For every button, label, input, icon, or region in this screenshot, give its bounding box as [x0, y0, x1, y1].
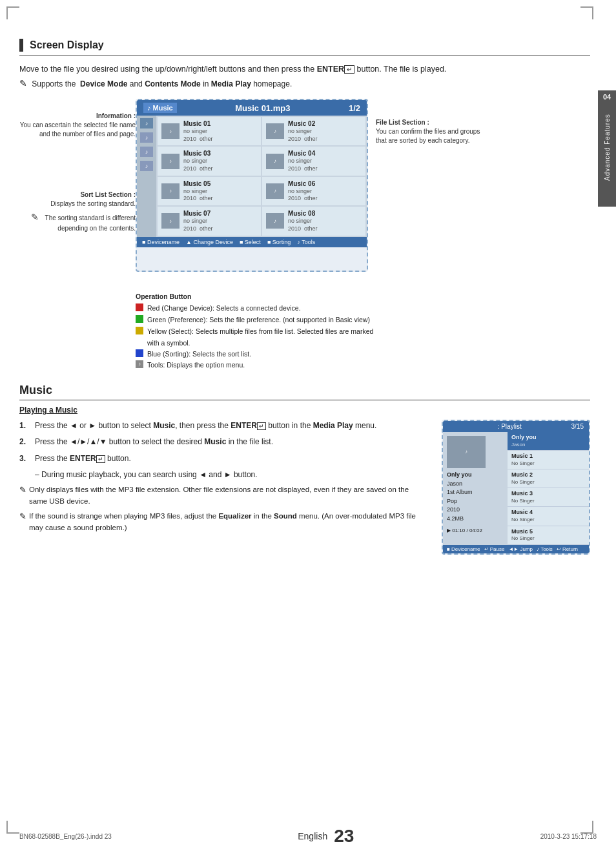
- section-bar: [19, 39, 23, 52]
- pb-playlist-item-3: Music 2 No Singer: [508, 469, 589, 488]
- op-title: Operation Button: [136, 291, 590, 302]
- sort-annotation: Sort List Section : Displays the sorting…: [19, 190, 136, 233]
- sort-annotation-text: Displays the sorting standard.: [19, 200, 136, 209]
- pb-track-genre: Pop: [447, 497, 504, 506]
- file-cell-6: ♪ Music 06 no singer 2010 other: [262, 177, 365, 205]
- blue-box-icon: [136, 349, 143, 357]
- pb-track-info: ♪ Only you Jason 1st Album Pop 2010 4.2M…: [443, 432, 508, 544]
- op-yellow-text: Yellow (Select): Selects multiple files …: [147, 326, 373, 337]
- music-section: Music Playing a Music 1. Press the ◄ or …: [19, 384, 590, 554]
- step-3-sub: – During music playback, you can search …: [35, 469, 429, 481]
- file-cell-2: ♪ Music 02 no singer 2010 other: [262, 117, 365, 145]
- op-red-text: Red (Change Device): Selects a connected…: [147, 303, 301, 314]
- corner-mark-tl: [6, 6, 19, 19]
- tools-box-icon: ♪: [136, 360, 143, 368]
- red-box-icon: [136, 303, 143, 311]
- pb-playlist: Only you Jason Music 1 No Singer Music 2…: [508, 432, 589, 544]
- screen-track-title: Music 01.mp3: [235, 103, 290, 113]
- pb-playlist-item-4: Music 3 No Singer: [508, 488, 589, 507]
- pb-playlist-item-2: Music 1 No Singer: [508, 451, 589, 469]
- op-tools-text: Tools: Displays the option menu.: [147, 360, 245, 371]
- diagram-area: Information : You can ascertain the sele…: [19, 99, 590, 272]
- file-cell-3: ♪ Music 03 no singer 2010 other: [158, 147, 261, 175]
- right-annotations: File List Section : You can confirm the …: [368, 99, 484, 272]
- note-2: ✎ If the sound is strange when playing M…: [19, 510, 429, 534]
- pb-body: ♪ Only you Jason 1st Album Pop 2010 4.2M…: [443, 432, 589, 544]
- sort-annotation-title: Sort List Section :: [19, 190, 136, 200]
- pb-header: : Playlist 3/15: [443, 421, 589, 432]
- pb-track-year: 2010: [447, 506, 504, 515]
- pb-playlist-item-5: Music 4 No Singer: [508, 507, 589, 526]
- file-cell-1: ♪ Music 01 no singer 2010 other: [158, 117, 261, 145]
- pb-footer-pause: ↵ Pause: [484, 546, 505, 552]
- side-tab-text: Advanced Features: [598, 102, 616, 192]
- op-green-text: Green (Preference): Sets the file prefer…: [147, 314, 370, 325]
- footer-left-text: BN68-02588B_Eng(26-).indd 23: [19, 833, 112, 840]
- step-2: 2. Press the ◄/►/▲/▼ button to select th…: [19, 436, 429, 448]
- english-label: English: [298, 831, 327, 841]
- corner-mark-tr: [580, 6, 593, 19]
- file-cell-5: ♪ Music 05 no singer 2010 other: [158, 177, 261, 205]
- side-tab-number: 04: [598, 90, 616, 103]
- file-list-title: File List Section :: [376, 118, 484, 127]
- steps-column: 1. Press the ◄ or ► button to select Mus…: [19, 420, 429, 554]
- page-number-area: English 23: [298, 826, 354, 847]
- playing-subtitle: Playing a Music: [19, 406, 590, 415]
- music-section-title: Music: [19, 384, 590, 397]
- file-grid: ♪ Music 01 no singer 2010 other ♪ Music …: [156, 116, 367, 237]
- pb-footer-jump: ◄► Jump: [508, 546, 533, 552]
- pb-footer-return: ↩ Return: [557, 546, 578, 552]
- screen-header: ♪ Music Music 01.mp3 1/2: [137, 100, 367, 116]
- op-red: Red (Change Device): Selects a connected…: [136, 303, 590, 314]
- op-blue-text: Blue (Sorting): Selects the sort list.: [147, 349, 251, 360]
- info-annotation-title: Information :: [19, 112, 136, 121]
- screen-page: 1/2: [349, 103, 360, 113]
- screen-mock: ♪ Music Music 01.mp3 1/2 ♪ ♪ ♪ ♪ ♪ Music…: [136, 99, 368, 272]
- page-footer: BN68-02588B_Eng(26-).indd 23 English 23 …: [0, 826, 616, 847]
- file-list-annotation: File List Section : You can confirm the …: [376, 118, 484, 145]
- info-annotation-text: You can ascertain the selected file name…: [19, 121, 136, 139]
- screen-display-section-header: Screen Display: [19, 39, 590, 56]
- screen-body: ♪ ♪ ♪ ♪ ♪ Music 01 no singer 2010 other: [137, 116, 367, 237]
- steps-and-screen: 1. Press the ◄ or ► button to select Mus…: [19, 420, 590, 554]
- op-tools: ♪ Tools: Displays the option menu.: [136, 360, 590, 371]
- pb-track-size: 4.2MB: [447, 515, 504, 524]
- operation-section: Operation Button Red (Change Device): Se…: [136, 291, 590, 371]
- pb-footer: ■ Devicename ↵ Pause ◄► Jump ♪ Tools ↩ R…: [443, 545, 589, 553]
- pb-playlist-label: : Playlist: [498, 423, 522, 430]
- music-icon: ♪ Music: [143, 103, 177, 113]
- pb-page: 3/15: [571, 423, 584, 430]
- page-number: 23: [334, 826, 354, 847]
- op-blue: Blue (Sorting): Selects the sort list.: [136, 349, 590, 360]
- pb-time: ▶ 01:10 / 04:02: [447, 527, 504, 535]
- footer-right-text: 2010-3-23 15:17:18: [540, 833, 597, 840]
- note-1: ✎ Only displays files with the MP3 file …: [19, 484, 429, 508]
- op-green: Green (Preference): Sets the file prefer…: [136, 314, 590, 325]
- sort-note: ✎ The sorting standard is different depe…: [19, 211, 136, 233]
- file-cell-4: ♪ Music 04 no singer 2010 other: [262, 147, 365, 175]
- pb-track-album: 1st Album: [447, 488, 504, 497]
- step-1: 1. Press the ◄ or ► button to select Mus…: [19, 420, 429, 432]
- playback-screen: : Playlist 3/15 ♪ Only you Jason 1st Alb…: [442, 420, 590, 554]
- sort-sidebar: ♪ ♪ ♪ ♪: [137, 116, 156, 237]
- pb-playlist-item-6: Music 5 No Singer: [508, 526, 589, 545]
- note-line: ✎ Supports the Device Mode and Contents …: [19, 78, 590, 88]
- pb-track-artist: Jason: [447, 480, 504, 489]
- step-3: 3. Press the ENTER↵ button.: [19, 453, 429, 465]
- file-cell-8: ♪ Music 08 no singer 2010 other: [262, 207, 365, 235]
- op-yellow: Yellow (Select): Selects multiple files …: [136, 326, 590, 337]
- info-annotation: Information : You can ascertain the sele…: [19, 112, 136, 139]
- pb-album-art: ♪: [447, 436, 486, 468]
- green-box-icon: [136, 315, 143, 323]
- pb-track-title: Only you: [447, 471, 504, 480]
- file-list-text: You can confirm the files and groups tha…: [376, 127, 484, 145]
- music-section-header: Music: [19, 384, 590, 400]
- file-cell-7: ♪ Music 07 no singer 2010 other: [158, 207, 261, 235]
- pb-playlist-item-1: Only you Jason: [508, 432, 589, 451]
- pb-footer-tools: ♪ Tools: [537, 546, 553, 552]
- yellow-box-icon: [136, 327, 143, 334]
- intro-paragraph: Move to the file you desired using the u…: [19, 63, 590, 76]
- pb-footer-device: ■ Devicename: [447, 546, 480, 552]
- screen-footer: ■ Devicename ▲ Change Device ■ Select ■ …: [137, 237, 367, 247]
- screen-display-title: Screen Display: [30, 39, 104, 51]
